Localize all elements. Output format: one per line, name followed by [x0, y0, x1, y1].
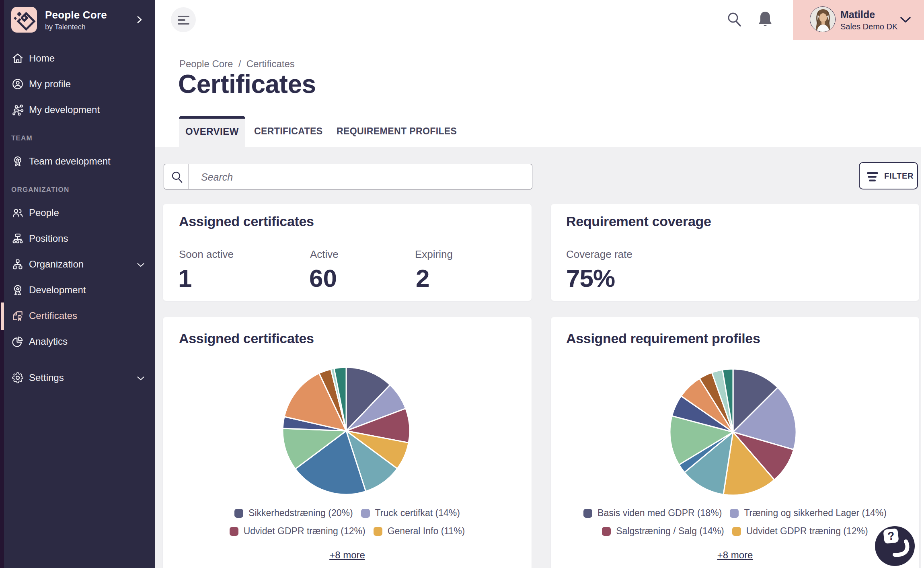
svg-text:?: ?	[887, 529, 895, 543]
